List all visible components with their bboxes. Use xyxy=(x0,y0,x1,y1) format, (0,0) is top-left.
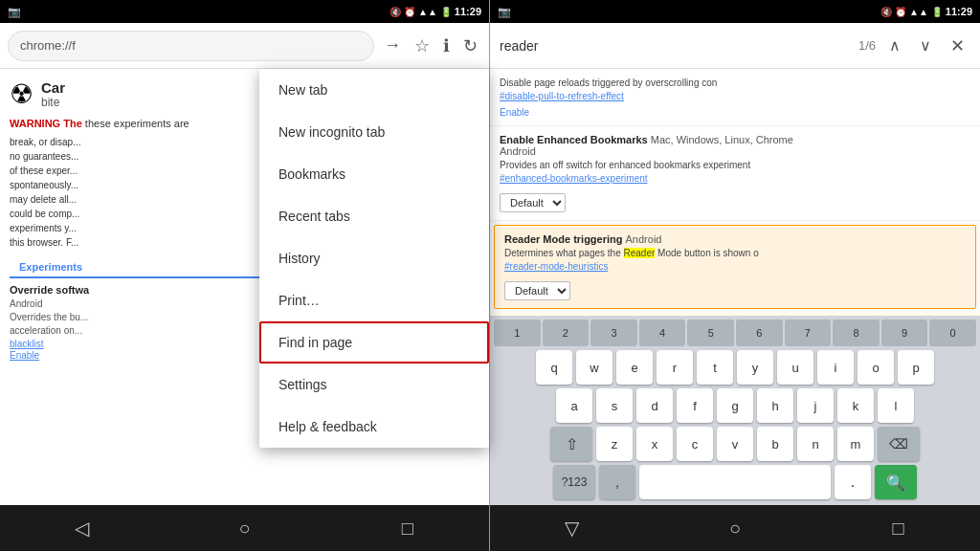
key-w[interactable]: w xyxy=(576,350,612,385)
square-button-left[interactable]: □ xyxy=(385,505,431,551)
key-l[interactable]: l xyxy=(878,388,914,423)
menu-item-bookmarks[interactable]: Bookmarks xyxy=(259,153,489,195)
blacklist-link[interactable]: blacklist xyxy=(10,339,44,349)
home-button-right[interactable]: ○ xyxy=(712,505,758,551)
flag-item-disable-pull: Disable page reloads triggered by oversc… xyxy=(490,69,980,126)
home-button-left[interactable]: ○ xyxy=(221,505,267,551)
key-f[interactable]: f xyxy=(677,388,713,423)
key-1[interactable]: 1 xyxy=(494,320,541,346)
flag-title-reader-mode: Reader Mode triggering Android xyxy=(504,233,966,245)
flag-link-enhanced-bookmarks[interactable]: #enhanced-bookmarks-experiment xyxy=(500,173,648,184)
time-left: 11:29 xyxy=(455,6,481,17)
alarm-icon: ⏰ xyxy=(404,7,415,17)
key-3[interactable]: 3 xyxy=(590,320,637,346)
keyboard-num-row: 1 2 3 4 5 6 7 8 9 0 xyxy=(492,320,978,346)
radiation-icon: ☢ xyxy=(10,78,33,110)
search-count: 1/6 xyxy=(858,38,876,53)
menu-item-print[interactable]: Print… xyxy=(259,279,489,321)
screen-container: 📷 🔇 ⏰ ▲▲ 🔋 11:29 chrome://f → ☆ ℹ ↻ ☢ xyxy=(0,0,980,551)
search-next-button[interactable]: ∨ xyxy=(914,33,937,58)
keyboard[interactable]: 1 2 3 4 5 6 7 8 9 0 q w e r t y u i xyxy=(490,316,980,505)
search-button[interactable]: 🔍 xyxy=(875,465,917,499)
key-r[interactable]: r xyxy=(657,350,693,385)
flag-desc-reader-mode: Determines what pages the Reader Mode bu… xyxy=(504,247,966,274)
battery-icon: 🔋 xyxy=(440,7,452,17)
reload-icon[interactable]: ↻ xyxy=(459,32,481,60)
key-k[interactable]: k xyxy=(837,388,874,423)
info-icon[interactable]: ℹ xyxy=(439,32,454,60)
key-d[interactable]: d xyxy=(636,388,673,423)
time-right: 11:29 xyxy=(946,6,972,17)
menu-item-new-incognito[interactable]: New incognito tab xyxy=(259,111,489,153)
menu-item-settings[interactable]: Settings xyxy=(259,364,489,406)
key-6[interactable]: 6 xyxy=(736,320,783,346)
comma-key[interactable]: , xyxy=(599,465,635,499)
enable-link-left[interactable]: Enable xyxy=(10,350,39,361)
key-4[interactable]: 4 xyxy=(639,320,686,346)
num-switch-key[interactable]: ?123 xyxy=(553,465,595,499)
keyboard-bottom-row: ?123 , . 🔍 xyxy=(492,465,978,499)
key-m[interactable]: m xyxy=(837,427,874,461)
key-2[interactable]: 2 xyxy=(543,320,590,346)
key-0[interactable]: 0 xyxy=(929,320,976,346)
back-button-left[interactable]: ◁ xyxy=(58,505,104,551)
key-s[interactable]: s xyxy=(596,388,633,423)
flag-select-enhanced-bookmarks[interactable]: Default xyxy=(500,193,566,212)
square-button-right[interactable]: □ xyxy=(876,505,922,551)
battery-icon-right: 🔋 xyxy=(931,7,943,17)
spacebar[interactable] xyxy=(639,465,831,499)
forward-icon[interactable]: → xyxy=(380,32,405,59)
flag-item-enhanced-bookmarks: Enable Enhanced Bookmarks Mac, Windows, … xyxy=(490,126,980,221)
status-left-icons: 📷 xyxy=(8,6,21,18)
key-n[interactable]: n xyxy=(797,427,834,461)
key-i[interactable]: i xyxy=(817,350,854,385)
flag-select-reader-mode[interactable]: Default xyxy=(504,281,570,300)
search-prev-button[interactable]: ∧ xyxy=(883,33,906,58)
key-u[interactable]: u xyxy=(777,350,813,385)
key-j[interactable]: j xyxy=(797,388,834,423)
menu-item-recent-tabs[interactable]: Recent tabs xyxy=(259,195,489,237)
experiments-tab[interactable]: Experiments xyxy=(10,257,92,278)
flag-link-reader-mode[interactable]: #reader-mode-heuristics xyxy=(504,261,608,272)
key-5[interactable]: 5 xyxy=(687,320,734,346)
menu-item-new-tab[interactable]: New tab xyxy=(259,69,489,111)
key-t[interactable]: t xyxy=(697,350,733,385)
key-b[interactable]: b xyxy=(757,427,793,461)
search-close-button[interactable]: ✕ xyxy=(945,32,970,60)
key-v[interactable]: v xyxy=(717,427,753,461)
delete-key[interactable]: ⌫ xyxy=(878,427,920,461)
site-title: Car xyxy=(41,79,65,96)
key-p[interactable]: p xyxy=(898,350,934,385)
key-e[interactable]: e xyxy=(616,350,653,385)
back-button-right[interactable]: ▽ xyxy=(548,505,594,551)
dot-key[interactable]: . xyxy=(835,465,871,499)
phone-left: 📷 🔇 ⏰ ▲▲ 🔋 11:29 chrome://f → ☆ ℹ ↻ ☢ xyxy=(0,0,490,551)
shift-key[interactable]: ⇧ xyxy=(550,427,592,461)
key-o[interactable]: o xyxy=(858,350,894,385)
key-8[interactable]: 8 xyxy=(833,320,880,346)
key-g[interactable]: g xyxy=(717,388,753,423)
menu-item-history[interactable]: History xyxy=(259,237,489,279)
flag-link-disable-pull[interactable]: #disable-pull-to-refresh-effect xyxy=(500,91,624,101)
key-9[interactable]: 9 xyxy=(881,320,928,346)
menu-item-help[interactable]: Help & feedback xyxy=(259,406,489,448)
key-h[interactable]: h xyxy=(757,388,793,423)
key-q[interactable]: q xyxy=(536,350,572,385)
url-input-left[interactable]: chrome://f xyxy=(8,31,374,61)
menu-item-find-in-page[interactable]: Find in page xyxy=(259,321,489,364)
flag-title-enhanced-bookmarks: Enable Enhanced Bookmarks Mac, Windows, … xyxy=(500,134,970,157)
key-a[interactable]: a xyxy=(556,388,592,423)
bookmark-icon[interactable]: ☆ xyxy=(411,32,434,60)
status-right-left-icons: 📷 xyxy=(498,6,511,18)
site-subtitle: bite xyxy=(41,96,65,109)
mute-icon-right: 🔇 xyxy=(880,7,892,17)
camera-icon-right: 📷 xyxy=(498,6,511,18)
key-y[interactable]: y xyxy=(737,350,773,385)
search-input-right[interactable] xyxy=(500,31,851,61)
key-z[interactable]: z xyxy=(596,427,633,461)
flag-desc-disable-pull: Disable page reloads triggered by oversc… xyxy=(500,77,970,103)
key-7[interactable]: 7 xyxy=(785,320,832,346)
key-x[interactable]: x xyxy=(636,427,673,461)
enable-disable-pull[interactable]: Enable xyxy=(500,107,970,118)
key-c[interactable]: c xyxy=(677,427,713,461)
